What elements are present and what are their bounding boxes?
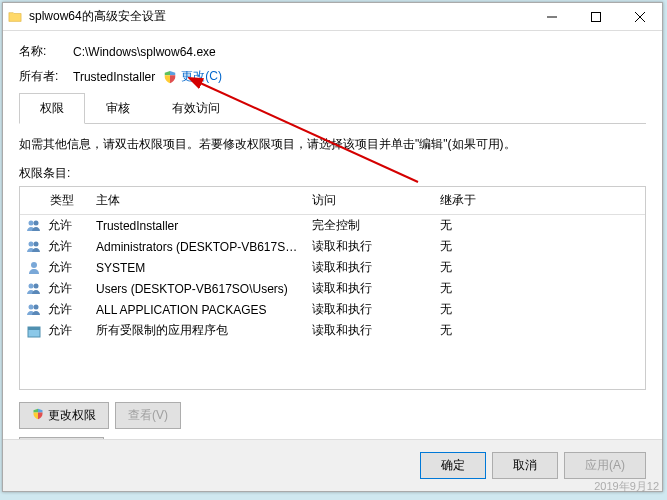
change-permissions-button[interactable]: 更改权限 (19, 402, 109, 429)
row-type: 允许 (48, 301, 72, 318)
svg-point-4 (29, 220, 34, 225)
content-area: 名称: C:\Windows\splwow64.exe 所有者: Trusted… (3, 31, 662, 464)
svg-point-7 (34, 241, 39, 246)
change-owner-link[interactable]: 更改(C) (181, 68, 222, 85)
table-row[interactable]: 允许Users (DESKTOP-VB617SO\Users)读取和执行无 (20, 278, 645, 299)
svg-point-11 (29, 304, 34, 309)
name-label: 名称: (19, 43, 73, 60)
svg-point-5 (34, 220, 39, 225)
header-type[interactable]: 类型 (20, 190, 90, 211)
row-principal: Users (DESKTOP-VB617SO\Users) (90, 281, 306, 297)
principal-icon (26, 323, 42, 339)
owner-label: 所有者: (19, 68, 73, 85)
row-access: 读取和执行 (306, 300, 434, 319)
table-row[interactable]: 允许TrustedInstaller完全控制无 (20, 215, 645, 236)
view-button[interactable]: 查看(V) (115, 402, 181, 429)
help-text: 如需其他信息，请双击权限项目。若要修改权限项目，请选择该项目并单击"编辑"(如果… (19, 136, 646, 153)
row-inherited: 无 (434, 300, 645, 319)
row-access: 读取和执行 (306, 279, 434, 298)
principal-icon (26, 260, 42, 276)
tab-permissions[interactable]: 权限 (19, 93, 85, 124)
minimize-button[interactable] (530, 3, 574, 31)
folder-icon (7, 9, 23, 25)
cancel-button[interactable]: 取消 (492, 452, 558, 479)
bottom-bar: 确定 取消 应用(A) (3, 439, 662, 491)
row-principal: Administrators (DESKTOP-VB617SO\Administ… (90, 239, 306, 255)
svg-point-8 (31, 262, 37, 268)
row-principal: SYSTEM (90, 260, 306, 276)
name-value: C:\Windows\splwow64.exe (73, 45, 216, 59)
row-inherited: 无 (434, 279, 645, 298)
principal-icon (26, 302, 42, 318)
ok-button[interactable]: 确定 (420, 452, 486, 479)
tab-auditing[interactable]: 审核 (85, 93, 151, 124)
row-type: 允许 (48, 280, 72, 297)
permission-entries-label: 权限条目: (19, 165, 646, 182)
row-inherited: 无 (434, 321, 645, 340)
header-access[interactable]: 访问 (306, 190, 434, 211)
permissions-table[interactable]: 类型 主体 访问 继承于 允许TrustedInstaller完全控制无允许Ad… (19, 186, 646, 390)
close-button[interactable] (618, 3, 662, 31)
shield-icon (32, 408, 44, 423)
row-access: 读取和执行 (306, 321, 434, 340)
tab-effective-access[interactable]: 有效访问 (151, 93, 241, 124)
row-inherited: 无 (434, 216, 645, 235)
shield-icon (163, 70, 177, 84)
principal-icon (26, 281, 42, 297)
table-row[interactable]: 允许SYSTEM读取和执行无 (20, 257, 645, 278)
svg-point-10 (34, 283, 39, 288)
titlebar: splwow64的高级安全设置 (3, 3, 662, 31)
tab-content: 如需其他信息，请双击权限项目。若要修改权限项目，请选择该项目并单击"编辑"(如果… (19, 124, 646, 464)
table-row[interactable]: 允许所有受限制的应用程序包读取和执行无 (20, 320, 645, 341)
svg-point-9 (29, 283, 34, 288)
row-inherited: 无 (434, 258, 645, 277)
apply-button[interactable]: 应用(A) (564, 452, 646, 479)
principal-icon (26, 218, 42, 234)
table-row[interactable]: 允许ALL APPLICATION PACKAGES读取和执行无 (20, 299, 645, 320)
row-type: 允许 (48, 322, 72, 339)
header-principal[interactable]: 主体 (90, 190, 306, 211)
row-access: 完全控制 (306, 216, 434, 235)
row-principal: 所有受限制的应用程序包 (90, 321, 306, 340)
row-inherited: 无 (434, 237, 645, 256)
button-row-1: 更改权限 查看(V) (19, 402, 646, 429)
maximize-button[interactable] (574, 3, 618, 31)
header-inherited[interactable]: 继承于 (434, 190, 645, 211)
svg-rect-14 (28, 327, 40, 330)
table-row[interactable]: 允许Administrators (DESKTOP-VB617SO\Admini… (20, 236, 645, 257)
svg-point-6 (29, 241, 34, 246)
table-header: 类型 主体 访问 继承于 (20, 187, 645, 215)
row-access: 读取和执行 (306, 237, 434, 256)
svg-rect-1 (592, 13, 601, 22)
window-title: splwow64的高级安全设置 (29, 8, 166, 25)
row-type: 允许 (48, 238, 72, 255)
owner-row: 所有者: TrustedInstaller 更改(C) (19, 68, 646, 85)
svg-point-12 (34, 304, 39, 309)
tabs: 权限 审核 有效访问 (19, 93, 646, 124)
titlebar-buttons (530, 3, 662, 31)
principal-icon (26, 239, 42, 255)
row-principal: TrustedInstaller (90, 218, 306, 234)
advanced-security-window: splwow64的高级安全设置 名称: C:\Windows\splwow64.… (2, 2, 663, 492)
row-type: 允许 (48, 217, 72, 234)
row-type: 允许 (48, 259, 72, 276)
row-principal: ALL APPLICATION PACKAGES (90, 302, 306, 318)
row-access: 读取和执行 (306, 258, 434, 277)
change-permissions-label: 更改权限 (48, 407, 96, 424)
owner-value: TrustedInstaller (73, 70, 155, 84)
name-row: 名称: C:\Windows\splwow64.exe (19, 43, 646, 60)
